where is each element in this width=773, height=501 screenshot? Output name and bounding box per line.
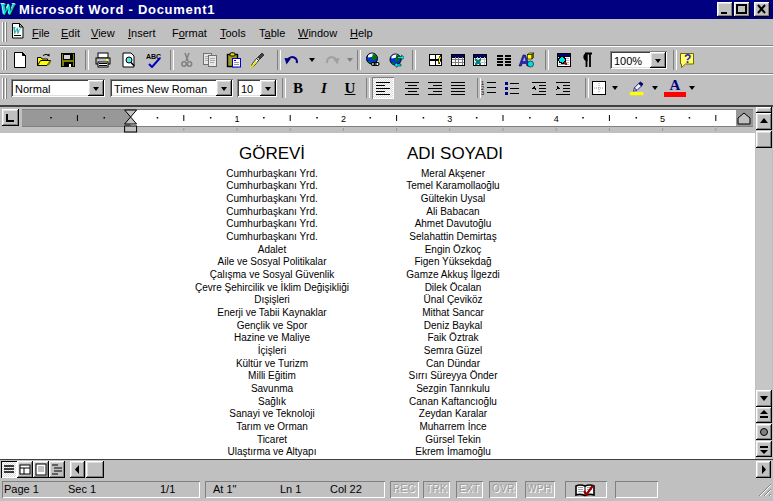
svg-text:4: 4	[554, 114, 559, 124]
svg-text:?: ?	[684, 52, 691, 66]
svg-text:1: 1	[234, 114, 239, 124]
svg-text:3: 3	[481, 90, 484, 96]
svg-text:2: 2	[341, 114, 346, 124]
svg-text:5: 5	[660, 114, 665, 124]
svg-text:W: W	[0, 0, 17, 19]
svg-text:3: 3	[447, 114, 452, 124]
svg-text:W: W	[12, 25, 22, 36]
